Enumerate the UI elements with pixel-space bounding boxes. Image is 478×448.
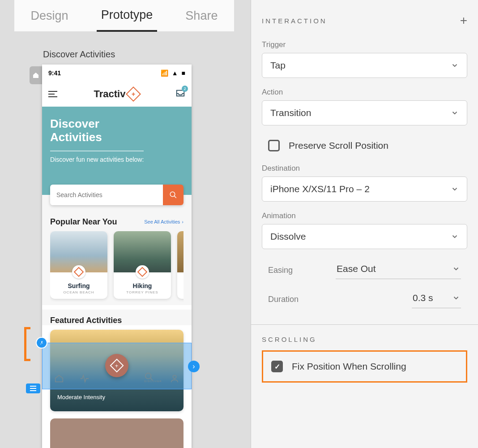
signal-icon: 📶: [161, 69, 168, 77]
hero-subtitle: Discover fun new activities below:: [50, 151, 144, 163]
animation-label: Animation: [262, 211, 467, 220]
status-icons: 📶 ▲ ■: [159, 69, 185, 77]
action-select[interactable]: Transition: [262, 100, 467, 125]
artboard-phone[interactable]: 9:41 📶 ▲ ■ Tractiv 2 DiscoverActivities …: [42, 65, 192, 448]
inbox-badge: 2: [182, 86, 188, 92]
preserve-scroll-row[interactable]: Preserve Scroll Position: [262, 135, 467, 156]
destination-label: Destination: [262, 164, 467, 173]
card-badge-icon: [72, 265, 85, 279]
fix-position-checkbox[interactable]: [271, 361, 283, 372]
intensity-label: Moderate Intensity: [57, 394, 105, 401]
card-subtitle: OCEAN BEACH: [50, 290, 107, 294]
add-interaction-button[interactable]: +: [460, 13, 467, 28]
layers-badge[interactable]: [26, 383, 40, 393]
easing-value: Ease Out: [337, 263, 376, 274]
fix-position-row[interactable]: Fix Position When Scrolling: [268, 358, 461, 375]
destination-select[interactable]: iPhone X/XS/11 Pro – 2: [262, 177, 467, 202]
animation-select[interactable]: Dissolve: [262, 224, 467, 249]
card-title: Hiking: [114, 282, 171, 289]
chevron-right-icon: ›: [192, 362, 195, 370]
animation-value: Dissolve: [270, 231, 306, 242]
brand-name: Tractiv: [94, 88, 126, 100]
card-subtitle: TORREY PINES: [114, 290, 171, 294]
add-nav-button[interactable]: [105, 354, 128, 377]
search-icon: [169, 191, 177, 199]
featured-title: Featured Activities: [50, 316, 122, 325]
scrolling-heading: SCROLLING: [262, 336, 467, 343]
trigger-label: Trigger: [262, 40, 467, 49]
cards-row: Surfing OCEAN BEACH Hiking TORREY PINES: [50, 231, 184, 305]
card-title: Surfing: [50, 282, 107, 289]
popular-section: Popular Near You See All Activities› Sur…: [42, 211, 192, 305]
svg-point-1: [145, 373, 151, 379]
home-nav-icon[interactable]: [54, 374, 64, 383]
card-badge-icon: [136, 265, 149, 279]
wifi-icon: ▲: [172, 69, 178, 77]
inbox-button[interactable]: 2: [175, 88, 185, 100]
home-icon: [32, 72, 39, 79]
chevron-down-icon: [451, 61, 459, 69]
interaction-heading: INTERACTION: [262, 17, 327, 25]
activity-nav-icon[interactable]: [80, 374, 90, 383]
preserve-scroll-checkbox[interactable]: [268, 140, 280, 151]
chevron-down-icon: [452, 294, 460, 302]
duration-label: Duration: [268, 295, 299, 304]
pin-badge[interactable]: [36, 337, 47, 349]
fix-position-highlight: Fix Position When Scrolling: [262, 350, 467, 383]
mode-tabs: Design Prototype Share: [14, 0, 234, 31]
search-bar: [50, 185, 184, 205]
activity-card[interactable]: [177, 231, 184, 299]
app-header: Tractiv 2: [42, 82, 192, 107]
status-bar: 9:41 📶 ▲ ■: [42, 65, 192, 82]
battery-icon: ■: [182, 69, 185, 77]
chevron-right-icon: ›: [182, 219, 184, 224]
duration-value: 0.3 s: [413, 293, 433, 303]
app-logo: Tractiv: [94, 88, 139, 100]
home-handle[interactable]: [30, 66, 42, 84]
fix-position-label: Fix Position When Scrolling: [292, 361, 406, 372]
tab-prototype[interactable]: Prototype: [97, 0, 158, 32]
trigger-value: Tap: [270, 60, 286, 71]
duration-select[interactable]: 0.3 s: [412, 291, 461, 308]
action-value: Transition: [270, 108, 311, 118]
prototype-link-handle[interactable]: ›: [188, 361, 200, 372]
profile-nav-icon[interactable]: [170, 374, 179, 383]
featured-section: Featured Activities: [42, 310, 192, 325]
destination-value: iPhone X/XS/11 Pro – 2: [270, 184, 370, 194]
nav-label-discover: DISCOVER: [144, 380, 162, 383]
hero-title: DiscoverActivities: [50, 117, 184, 144]
chevron-down-icon: [451, 233, 459, 241]
svg-point-2: [173, 375, 176, 379]
preserve-scroll-label: Preserve Scroll Position: [289, 140, 388, 151]
selected-element-overlay[interactable]: DISCOVER: [42, 343, 192, 389]
trigger-select[interactable]: Tap: [262, 53, 467, 78]
chevron-down-icon: [452, 265, 460, 273]
see-all-link[interactable]: See All Activities›: [144, 219, 184, 224]
featured-card[interactable]: [50, 418, 184, 448]
chevron-down-icon: [451, 185, 459, 193]
search-input[interactable]: [50, 185, 163, 205]
activity-card[interactable]: Surfing OCEAN BEACH: [50, 231, 107, 299]
artboard-title[interactable]: Discover Activities: [43, 49, 115, 60]
popular-title: Popular Near You: [50, 217, 117, 227]
easing-select[interactable]: Ease Out: [336, 262, 461, 279]
pin-icon: [39, 340, 44, 345]
easing-label: Easing: [268, 266, 293, 275]
properties-panel: INTERACTION + Trigger Tap Action Transit…: [251, 0, 478, 448]
menu-icon[interactable]: [48, 91, 57, 97]
chevron-down-icon: [451, 109, 459, 117]
tab-design[interactable]: Design: [26, 1, 73, 31]
tab-share[interactable]: Share: [181, 1, 222, 31]
highlight-bracket: [24, 327, 30, 361]
status-time: 9:41: [48, 69, 61, 77]
logo-diamond-icon: [126, 86, 141, 102]
action-label: Action: [262, 88, 467, 97]
search-button[interactable]: [163, 185, 184, 205]
activity-card[interactable]: Hiking TORREY PINES: [114, 231, 171, 299]
svg-point-0: [170, 192, 175, 197]
hero: DiscoverActivities Discover fun new acti…: [42, 107, 192, 195]
